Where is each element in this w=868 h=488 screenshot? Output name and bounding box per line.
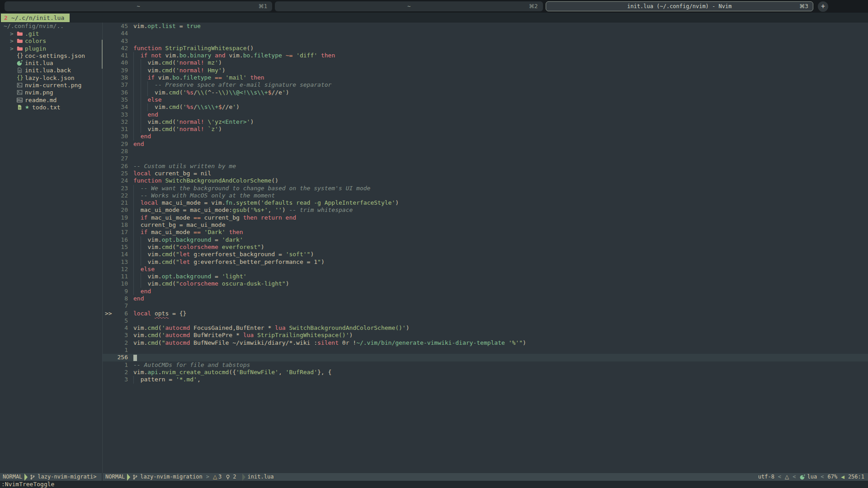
code-line[interactable]: 44 <box>103 30 868 37</box>
chevron-right-icon[interactable]: > <box>10 45 17 52</box>
code-line[interactable]: 14vim.cmd("let g:everforest_background =… <box>103 251 868 258</box>
code-line[interactable]: 13vim.cmd("let g:everforest_better_perfo… <box>103 258 868 266</box>
indent-guide <box>133 192 141 199</box>
code-line[interactable]: 36vim.cmd('%s/\\(^--\\)\\@<!\\s\\+$//e') <box>103 89 868 96</box>
code-token: cmd <box>147 324 158 332</box>
new-tab-button[interactable]: + <box>818 1 828 12</box>
code-token: . <box>172 273 176 280</box>
code-line[interactable]: 11vim.opt.background = 'light' <box>103 273 868 280</box>
code-token: -- Preserve space after e-mail signature… <box>155 81 331 89</box>
tree-item-init.lua.back[interactable]: init.lua.back <box>0 67 103 74</box>
code-line[interactable]: 22-- Works with MacOS only at the moment <box>103 192 868 199</box>
code-line[interactable]: 2vim.api.nvim_create_autocmd({'BufNewFil… <box>103 369 868 376</box>
gutter-padding <box>128 89 133 96</box>
code-line[interactable]: 3pattern = '*.md', <box>103 376 868 383</box>
code-line[interactable]: 29end <box>103 141 868 148</box>
code-line[interactable]: 8end <box>103 295 868 302</box>
code-line[interactable]: 21local mac_ui_mode = vim.fn.system('def… <box>103 199 868 206</box>
code-token: ' <box>247 118 250 126</box>
code-line[interactable]: 26-- Custom utils written by me <box>103 163 868 170</box>
code-token: mac_ui_mode = mac_ui_mode: <box>141 206 233 214</box>
tree-item-nvim.png[interactable]: nvim.png <box>0 89 103 96</box>
line-number: 9 <box>114 288 128 295</box>
tree-item-init.lua[interactable]: init.lua <box>0 59 103 66</box>
line-number: 1 <box>114 361 128 369</box>
code-line[interactable]: 15vim.cmd("colorscheme everforest") <box>103 244 868 251</box>
code-line[interactable]: 23-- We want the background to change ba… <box>103 185 868 192</box>
code-token: $ <box>268 89 272 96</box>
code-line[interactable]: 32vim.cmd('normal! \'yz<Enter>') <box>103 118 868 126</box>
line-number: 29 <box>114 141 128 148</box>
terminal-tab-1[interactable]: ~ ⌘1 <box>5 1 272 11</box>
tree-item-coc-settings.json[interactable]: {}coc-settings.json <box>0 52 103 59</box>
code-line[interactable]: 4vim.cmd('autocmd FocusGained,BufEnter *… <box>103 324 868 332</box>
code-line[interactable]: 37-- Preserve space after e-mail signatu… <box>103 81 868 89</box>
chevron-right-icon[interactable]: > <box>10 38 17 44</box>
code-line[interactable]: 27 <box>103 155 868 162</box>
code-line[interactable]: 41if not vim.bo.binary and vim.bo.filety… <box>103 52 868 59</box>
gutter-padding <box>128 354 133 361</box>
progress-percent: 67% <box>827 473 837 481</box>
code-token: vim. <box>133 339 147 347</box>
code-token: opt <box>162 236 172 244</box>
code-line[interactable]: 28 <box>103 148 868 155</box>
sign-column <box>103 163 114 170</box>
code-line[interactable]: 17if mac_ui_mode == 'Dark' then <box>103 229 868 236</box>
code-line[interactable]: 19if mac_ui_mode == current_bg then retu… <box>103 214 868 221</box>
code-line[interactable]: 12else <box>103 266 868 273</box>
code-line[interactable]: 30end <box>103 133 868 140</box>
code-line[interactable]: 24function SwitchBackgroundAndColorSchem… <box>103 177 868 184</box>
tree-scrollbar-thumb[interactable] <box>102 40 103 69</box>
code-line[interactable]: 10vim.cmd("colorscheme oscura-dusk-light… <box>103 280 868 287</box>
code-line[interactable]: 18current_bg = mac_ui_mode <box>103 221 868 229</box>
code-line[interactable]: 5 <box>103 317 868 324</box>
tree-item-readme.md[interactable]: readme.md <box>0 96 103 103</box>
tree-item-colors[interactable]: >colors <box>0 38 103 45</box>
code-line[interactable]: 20mac_ui_mode = mac_ui_mode:gsub('%s+', … <box>103 206 868 214</box>
code-line[interactable]: 35else <box>103 96 868 103</box>
command-line[interactable]: :NvimTreeToggle <box>0 481 868 488</box>
code-line[interactable]: 39vim.cmd('normal! Hmy') <box>103 67 868 74</box>
code-line[interactable]: 7 <box>103 302 868 310</box>
code-line[interactable]: >>6local opts = {} <box>103 310 868 317</box>
code-token: vim. <box>147 67 161 74</box>
chevron-right-icon[interactable]: > <box>10 30 17 37</box>
sign-column <box>103 273 114 280</box>
code-line[interactable]: 43 <box>103 38 868 45</box>
window-separator[interactable] <box>102 23 103 473</box>
code-line[interactable]: 34vim.cmd('%s/\\s\\+$//e') <box>103 103 868 111</box>
tree-item-nvim-current.png[interactable]: nvim-current.png <box>0 81 103 89</box>
code-line[interactable]: 3vim.cmd('autocmd BufWritePre * lua Stri… <box>103 332 868 339</box>
line-number: 6 <box>114 310 128 317</box>
code-line[interactable]: 9end <box>103 288 868 295</box>
code-line[interactable]: 42function StripTrailingWhitespace() <box>103 45 868 52</box>
tree-item-.git[interactable]: >.git <box>0 30 103 37</box>
terminal-tab-2[interactable]: ~ ⌘2 <box>275 1 542 11</box>
tree-item-lazy-lock.json[interactable]: {}lazy-lock.json <box>0 74 103 81</box>
code-line[interactable]: 38if vim.bo.filetype == 'mail' then <box>103 74 868 81</box>
code-line[interactable]: 31vim.cmd('normal! `z') <box>103 126 868 133</box>
gutter-padding <box>128 118 133 126</box>
code-line[interactable]: 1 <box>103 347 868 354</box>
code-line[interactable]: 33end <box>103 111 868 118</box>
code-token: $ <box>218 103 222 111</box>
code-token: then <box>243 214 257 221</box>
code-line[interactable]: 45vim.opt.list = true <box>103 23 868 30</box>
tree-item-plugin[interactable]: >plugin <box>0 45 103 52</box>
code-area[interactable]: 45vim.opt.list = true444342function Stri… <box>103 23 868 473</box>
code-line[interactable]: 40vim.cmd('normal! mz') <box>103 59 868 66</box>
buffer-tab[interactable]: 2 ~/.c/n/init.lua <box>1 14 70 22</box>
gutter-padding <box>128 163 133 170</box>
code-line[interactable]: 1-- AutoCMDs for file and tabstops <box>103 361 868 369</box>
tree-root-path[interactable]: ~/.config/nvim/.. <box>0 23 103 30</box>
code-line[interactable]: 25local current_bg = nil <box>103 170 868 177</box>
line-number: 3 <box>114 376 128 383</box>
gutter-padding <box>128 30 133 37</box>
code-line[interactable]: 16vim.opt.background = 'dark' <box>103 236 868 244</box>
terminal-tab-3-active[interactable]: init.lua (~/.config/nvim) - Nvim ⌘3 <box>546 1 813 11</box>
code-line-current[interactable]: 256 <box>103 354 868 361</box>
gutter-padding <box>128 81 133 89</box>
indent-guide <box>141 103 148 111</box>
tree-item-todo.txt[interactable]: ★todo.txt <box>0 103 103 111</box>
code-line[interactable]: 2vim.cmd("autocmd BufNewFile ~/vimwiki/d… <box>103 339 868 347</box>
